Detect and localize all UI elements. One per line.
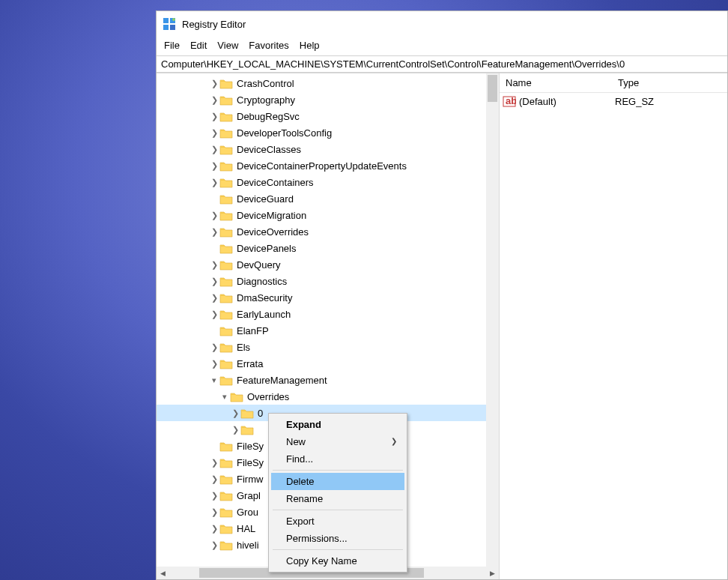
tree-node-label: Grapl xyxy=(237,490,261,501)
tree-node[interactable]: ❯DeviceMigration xyxy=(157,207,499,223)
tree-node-label: CrashControl xyxy=(237,78,294,89)
address-bar xyxy=(157,55,727,73)
tree-node[interactable]: ❯DmaSecurity xyxy=(157,289,499,306)
menu-file[interactable]: File xyxy=(164,40,180,51)
expand-icon[interactable]: ▾ xyxy=(219,392,230,402)
tree-node[interactable]: DevicePanels xyxy=(157,240,499,256)
regedit-icon xyxy=(163,17,176,31)
folder-icon xyxy=(219,276,233,287)
column-type[interactable]: Type xyxy=(612,73,727,92)
expand-icon[interactable]: ❯ xyxy=(209,491,219,501)
expand-icon[interactable]: ❯ xyxy=(209,161,219,171)
scroll-left-icon[interactable]: ◀ xyxy=(157,567,169,579)
tree-node[interactable]: ElanFP xyxy=(157,322,499,339)
tree-node[interactable]: ❯DebugRegSvc xyxy=(157,108,499,124)
expand-icon[interactable]: ❯ xyxy=(209,458,219,468)
values-body: ab (Default) REG_SZ xyxy=(500,93,727,579)
tree-node[interactable]: ❯Diagnostics xyxy=(157,273,499,289)
address-input[interactable] xyxy=(157,56,727,72)
expand-icon[interactable]: ▾ xyxy=(209,375,219,385)
expand-icon[interactable]: ❯ xyxy=(209,112,219,121)
tree-node[interactable]: ▾FeatureManagement xyxy=(157,372,499,388)
content-area: ❯CrashControl❯Cryptography❯DebugRegSvc❯D… xyxy=(157,73,727,579)
tree-node-label: DeviceClasses xyxy=(237,144,301,155)
folder-icon xyxy=(219,540,233,551)
tree-node[interactable]: DeviceGuard xyxy=(157,190,499,207)
expand-icon[interactable]: ❯ xyxy=(209,145,219,154)
expand-icon[interactable]: ❯ xyxy=(209,309,219,319)
folder-icon xyxy=(219,226,233,238)
tree-node[interactable]: ❯Cryptography xyxy=(157,91,499,108)
expand-icon[interactable]: ❯ xyxy=(209,277,219,286)
folder-icon xyxy=(219,441,233,452)
tree-node-label: DeviceOverrides xyxy=(237,226,309,238)
expand-icon[interactable]: ❯ xyxy=(209,524,219,534)
submenu-arrow-icon: ❯ xyxy=(391,437,397,445)
folder-icon xyxy=(219,177,233,188)
menu-edit[interactable]: Edit xyxy=(190,40,207,51)
tree-node[interactable]: ❯Els xyxy=(157,339,499,355)
context-menu-item[interactable]: Export xyxy=(271,513,404,530)
expand-icon[interactable]: ❯ xyxy=(209,260,219,270)
tree-node[interactable]: ❯CrashControl xyxy=(157,75,499,91)
context-menu-item[interactable]: Find... xyxy=(271,450,404,468)
values-pane: Name Type ab (Default) REG_SZ xyxy=(500,73,727,579)
folder-icon xyxy=(219,127,233,139)
folder-icon xyxy=(219,523,233,534)
context-menu-item[interactable]: Rename xyxy=(271,490,404,507)
tree-node[interactable]: ❯Errata xyxy=(157,355,499,372)
expand-icon[interactable]: ❯ xyxy=(209,474,219,484)
scrollbar-thumb[interactable] xyxy=(488,75,497,102)
tree-node-label: DeviceContainerPropertyUpdateEvents xyxy=(237,160,407,172)
tree-node-label: Diagnostics xyxy=(237,276,287,287)
expand-icon[interactable]: ❯ xyxy=(209,540,219,550)
value-row[interactable]: ab (Default) REG_SZ xyxy=(500,93,727,109)
menu-view[interactable]: View xyxy=(217,40,238,51)
expand-icon[interactable]: ❯ xyxy=(209,95,219,105)
menu-bar: File Edit View Favorites Help xyxy=(157,37,727,55)
tree-node[interactable]: ❯DeviceClasses xyxy=(157,141,499,157)
expand-icon[interactable]: ❯ xyxy=(209,178,219,187)
folder-icon xyxy=(219,358,233,369)
expand-icon[interactable]: ❯ xyxy=(230,408,240,418)
tree-node-label: Els xyxy=(237,342,250,353)
tree-node-label: DevicePanels xyxy=(237,243,297,254)
expand-icon[interactable]: ❯ xyxy=(209,359,219,369)
expand-icon[interactable]: ❯ xyxy=(230,425,240,435)
expand-icon[interactable]: ❯ xyxy=(209,128,219,138)
context-menu-item[interactable]: Delete xyxy=(271,473,404,490)
tree-node[interactable]: ▾Overrides xyxy=(157,388,499,405)
svg-rect-7 xyxy=(619,567,623,571)
folder-icon xyxy=(219,144,233,155)
expand-icon[interactable]: ❯ xyxy=(209,507,219,517)
context-menu-item[interactable]: New❯ xyxy=(271,433,404,450)
menu-separator xyxy=(273,470,403,471)
expand-icon[interactable]: ❯ xyxy=(209,211,219,220)
tree-node[interactable]: ❯EarlyLaunch xyxy=(157,306,499,322)
tree-node-label: hiveli xyxy=(237,540,259,551)
tree-node[interactable]: ❯DeviceContainers xyxy=(157,174,499,190)
tree-node[interactable]: ❯DevQuery xyxy=(157,256,499,273)
folder-icon xyxy=(219,193,233,205)
vertical-scrollbar[interactable] xyxy=(486,73,499,567)
context-menu-item[interactable]: Expand xyxy=(271,416,404,433)
tree-node-label: Overrides xyxy=(247,391,289,402)
context-menu-item[interactable]: Copy Key Name xyxy=(271,552,404,570)
expand-icon[interactable]: ❯ xyxy=(209,79,219,88)
tree-node[interactable]: ❯DeviceOverrides xyxy=(157,223,499,240)
tree-node-label: 0 xyxy=(258,408,263,419)
values-header: Name Type xyxy=(500,73,727,93)
tree-node[interactable]: ❯DeviceContainerPropertyUpdateEvents xyxy=(157,157,499,174)
context-menu-item[interactable]: Permissions... xyxy=(271,530,404,547)
expand-icon[interactable]: ❯ xyxy=(209,293,219,303)
registry-editor-window: Registry Editor File Edit View Favorites… xyxy=(156,10,728,580)
expand-icon[interactable]: ❯ xyxy=(209,227,219,237)
menu-favorites[interactable]: Favorites xyxy=(249,40,288,51)
scroll-right-icon[interactable]: ▶ xyxy=(486,567,499,579)
column-name[interactable]: Name xyxy=(500,73,612,92)
menu-help[interactable]: Help xyxy=(300,40,320,51)
folder-icon xyxy=(219,78,233,89)
svg-text:ab: ab xyxy=(506,96,516,106)
expand-icon[interactable]: ❯ xyxy=(209,342,219,352)
tree-node[interactable]: ❯DeveloperToolsConfig xyxy=(157,124,499,141)
